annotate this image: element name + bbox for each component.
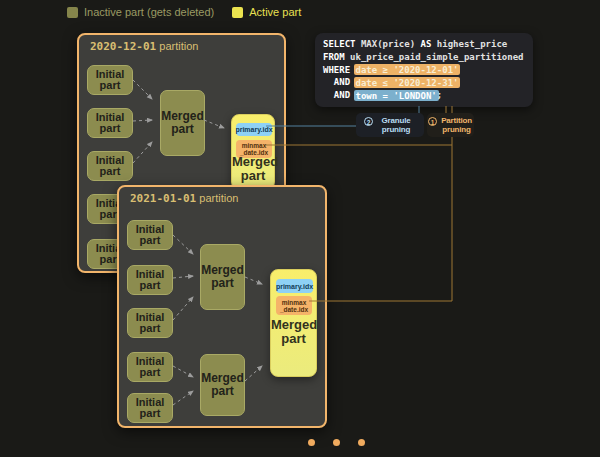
partition-title: 2021-01-01 partition bbox=[130, 192, 238, 205]
primary-idx-chip: primary.idx bbox=[276, 279, 313, 293]
initial-part: Initial part bbox=[87, 108, 133, 138]
merged-part: Merged part bbox=[200, 244, 245, 310]
granule-pruning-label: 2 Granule pruning bbox=[356, 113, 424, 137]
active-part-label: Merged part bbox=[232, 155, 274, 183]
active-merged-part: primary.idx minmax _date.idx Merged part bbox=[270, 269, 317, 377]
legend-inactive-label: Inactive part (gets deleted) bbox=[84, 6, 214, 18]
sql-line: WHERE date ≥ '2020-12-01' bbox=[323, 64, 525, 77]
partition-date: 2021-01-01 bbox=[130, 192, 196, 205]
pagination-dots bbox=[308, 439, 365, 446]
legend: Inactive part (gets deleted) Active part bbox=[67, 6, 301, 18]
minmax-line1: minmax bbox=[242, 142, 267, 149]
merged-part: Merged part bbox=[200, 354, 245, 416]
pagination-dot[interactable] bbox=[308, 439, 315, 446]
initial-part: Initial part bbox=[127, 352, 173, 382]
active-part-label: Merged part bbox=[271, 318, 316, 346]
sql-query-panel: SELECT MAX(price) AS highest_priceFROM u… bbox=[315, 33, 533, 107]
primary-idx-label: primary.idx bbox=[235, 126, 272, 133]
pagination-dot[interactable] bbox=[358, 439, 365, 446]
step-2-badge: 2 bbox=[364, 117, 373, 126]
partition-suffix: partition bbox=[199, 192, 238, 204]
primary-idx-chip: primary.idx bbox=[236, 123, 272, 136]
active-merged-part: primary.idx minmax _date.idx Merged part bbox=[231, 114, 275, 190]
minmax-idx-chip: minmax _date.idx bbox=[276, 296, 312, 315]
sql-line: FROM uk_price_paid_simple_partitioned bbox=[323, 51, 525, 64]
initial-part: Initial part bbox=[127, 265, 173, 295]
step-1-badge: 1 bbox=[428, 117, 437, 126]
pagination-dot[interactable] bbox=[333, 439, 340, 446]
partition-pruning-text: Partition pruning bbox=[440, 116, 473, 134]
sql-code: SELECT MAX(price) AS highest_priceFROM u… bbox=[323, 38, 525, 102]
initial-part: Initial part bbox=[87, 151, 133, 181]
partition-pruning-label: 1 Partition pruning bbox=[427, 113, 474, 137]
partition-date: 2020-12-01 bbox=[90, 40, 156, 53]
merged-part: Merged part bbox=[160, 90, 205, 156]
legend-active-label: Active part bbox=[249, 6, 301, 18]
diagram-canvas: Inactive part (gets deleted) Active part… bbox=[0, 0, 600, 457]
minmax-line2: _date.idx bbox=[280, 306, 308, 313]
sql-line: SELECT MAX(price) AS highest_price bbox=[323, 38, 525, 51]
sql-line: AND town = 'LONDON'; bbox=[323, 89, 525, 102]
active-part-swatch bbox=[232, 7, 243, 18]
granule-pruning-text: Granule pruning bbox=[376, 116, 416, 134]
partition-suffix: partition bbox=[159, 40, 198, 52]
initial-part: Initial part bbox=[127, 220, 173, 250]
initial-part: Initial part bbox=[127, 393, 173, 423]
initial-part: Initial part bbox=[87, 65, 133, 95]
inactive-part-swatch bbox=[67, 7, 78, 18]
sql-line: AND date ≤ '2020-12-31' bbox=[323, 76, 525, 89]
partition-title: 2020-12-01 partition bbox=[90, 40, 198, 53]
primary-idx-label: primary.idx bbox=[276, 283, 313, 290]
initial-part: Initial part bbox=[127, 308, 173, 338]
minmax-line1: minmax bbox=[282, 299, 307, 306]
partition-box-2021-01-01: 2021-01-01 partition Initial part Initia… bbox=[117, 185, 327, 428]
